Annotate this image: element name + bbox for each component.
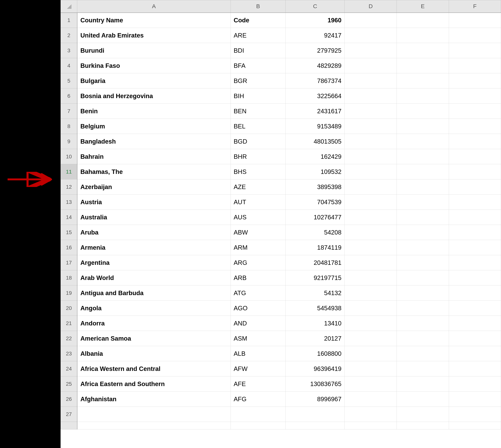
column-header-C[interactable]: C: [286, 0, 345, 13]
table-row[interactable]: 1Country NameCode1960: [61, 13, 501, 28]
cell-F11[interactable]: [449, 164, 501, 179]
cell-D20[interactable]: [345, 301, 397, 316]
cell-C15[interactable]: 54208: [286, 225, 345, 240]
cell-C13[interactable]: 7047539: [286, 194, 345, 210]
cell-B27[interactable]: [230, 407, 286, 422]
cell-D7[interactable]: [345, 104, 397, 119]
cell-C6[interactable]: 3225664: [286, 88, 345, 104]
cell-F18[interactable]: [449, 270, 501, 286]
row-header-11[interactable]: 11: [61, 164, 77, 179]
cell-D13[interactable]: [345, 194, 397, 210]
cell-E24[interactable]: [397, 361, 449, 376]
cell-B[interactable]: [230, 422, 286, 430]
cell-A1[interactable]: Country Name: [77, 13, 230, 28]
cell-A10[interactable]: Bahrain: [77, 149, 230, 164]
cell-D19[interactable]: [345, 286, 397, 301]
row-header-19[interactable]: 19: [61, 286, 77, 301]
row-header-26[interactable]: 26: [61, 392, 77, 407]
cell-D21[interactable]: [345, 316, 397, 331]
cell-F[interactable]: [449, 422, 501, 430]
table-row[interactable]: 15ArubaABW54208: [61, 225, 501, 240]
cell-D11[interactable]: [345, 164, 397, 179]
table-row[interactable]: 21AndorraAND13410: [61, 316, 501, 331]
table-row[interactable]: 19Antigua and BarbudaATG54132: [61, 286, 501, 301]
cell-B2[interactable]: ARE: [230, 28, 286, 43]
cell-B1[interactable]: Code: [230, 13, 286, 28]
cell-F6[interactable]: [449, 88, 501, 104]
cell-B6[interactable]: BIH: [230, 88, 286, 104]
row-header-12[interactable]: 12: [61, 179, 77, 194]
cell-C11[interactable]: 109532: [286, 164, 345, 179]
row-header-20[interactable]: 20: [61, 301, 77, 316]
cell-D4[interactable]: [345, 58, 397, 73]
row-header-25[interactable]: 25: [61, 376, 77, 392]
cell-F10[interactable]: [449, 149, 501, 164]
table-row[interactable]: 24Africa Western and CentralAFW96396419: [61, 361, 501, 376]
cell-F3[interactable]: [449, 43, 501, 58]
column-header-D[interactable]: D: [345, 0, 397, 13]
cell-D2[interactable]: [345, 28, 397, 43]
row-header-6[interactable]: 6: [61, 88, 77, 104]
cell-B13[interactable]: AUT: [230, 194, 286, 210]
column-header-F[interactable]: F: [449, 0, 501, 13]
cell-E19[interactable]: [397, 286, 449, 301]
cell-D22[interactable]: [345, 331, 397, 346]
cell-B23[interactable]: ALB: [230, 346, 286, 361]
cell-F24[interactable]: [449, 361, 501, 376]
cell-E12[interactable]: [397, 179, 449, 194]
cell-F14[interactable]: [449, 210, 501, 225]
cell-F26[interactable]: [449, 392, 501, 407]
cell-E21[interactable]: [397, 316, 449, 331]
cell-E[interactable]: [397, 422, 449, 430]
cell-A14[interactable]: Australia: [77, 210, 230, 225]
cell-A7[interactable]: Benin: [77, 104, 230, 119]
cell-C25[interactable]: 130836765: [286, 376, 345, 392]
cell-C18[interactable]: 92197715: [286, 270, 345, 286]
row-header-22[interactable]: 22: [61, 331, 77, 346]
cell-A26[interactable]: Afghanistan: [77, 392, 230, 407]
table-row[interactable]: 9BangladeshBGD48013505: [61, 134, 501, 149]
cell-D5[interactable]: [345, 73, 397, 88]
row-header-4[interactable]: 4: [61, 58, 77, 73]
cell-C21[interactable]: 13410: [286, 316, 345, 331]
cell-B10[interactable]: BHR: [230, 149, 286, 164]
cell-F7[interactable]: [449, 104, 501, 119]
cell-D10[interactable]: [345, 149, 397, 164]
cell-D18[interactable]: [345, 270, 397, 286]
cell-D17[interactable]: [345, 255, 397, 270]
cell-A22[interactable]: American Samoa: [77, 331, 230, 346]
cell-C9[interactable]: 48013505: [286, 134, 345, 149]
cell-A25[interactable]: Africa Eastern and Southern: [77, 376, 230, 392]
cell-C22[interactable]: 20127: [286, 331, 345, 346]
cell-A15[interactable]: Aruba: [77, 225, 230, 240]
cell-C8[interactable]: 9153489: [286, 119, 345, 134]
cell-B5[interactable]: BGR: [230, 73, 286, 88]
cell-E27[interactable]: [397, 407, 449, 422]
table-row[interactable]: 27: [61, 407, 501, 422]
cell-B20[interactable]: AGO: [230, 301, 286, 316]
cell-C1[interactable]: 1960: [286, 13, 345, 28]
cell-B17[interactable]: ARG: [230, 255, 286, 270]
column-header-E[interactable]: E: [397, 0, 449, 13]
cell-C17[interactable]: 20481781: [286, 255, 345, 270]
cell-D3[interactable]: [345, 43, 397, 58]
table-row[interactable]: 3BurundiBDI2797925: [61, 43, 501, 58]
table-row[interactable]: 22American SamoaASM20127: [61, 331, 501, 346]
row-header-17[interactable]: 17: [61, 255, 77, 270]
table-row[interactable]: 6Bosnia and HerzegovinaBIH3225664: [61, 88, 501, 104]
cell-C[interactable]: [286, 422, 345, 430]
cell-D24[interactable]: [345, 361, 397, 376]
cell-B8[interactable]: BEL: [230, 119, 286, 134]
cell-C3[interactable]: 2797925: [286, 43, 345, 58]
row-header-blank[interactable]: [61, 422, 77, 430]
cell-C4[interactable]: 4829289: [286, 58, 345, 73]
cell-C10[interactable]: 162429: [286, 149, 345, 164]
cell-C23[interactable]: 1608800: [286, 346, 345, 361]
cell-F17[interactable]: [449, 255, 501, 270]
cell-B19[interactable]: ATG: [230, 286, 286, 301]
grid-body[interactable]: 1Country NameCode19602United Arab Emirat…: [61, 13, 501, 430]
table-row[interactable]: 20AngolaAGO5454938: [61, 301, 501, 316]
cell-C14[interactable]: 10276477: [286, 210, 345, 225]
row-header-8[interactable]: 8: [61, 119, 77, 134]
column-header-A[interactable]: A: [77, 0, 230, 13]
